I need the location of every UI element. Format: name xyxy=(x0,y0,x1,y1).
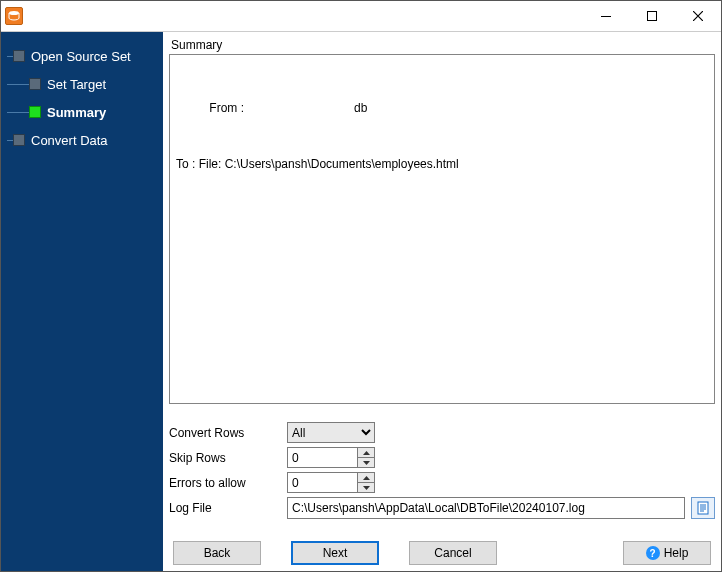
help-button-label: Help xyxy=(664,546,689,560)
sidebar-step-label: Open Source Set xyxy=(31,49,131,64)
cancel-button[interactable]: Cancel xyxy=(409,541,497,565)
chevron-up-icon xyxy=(363,451,370,455)
svg-rect-3 xyxy=(698,502,708,514)
label-errors-allow: Errors to allow xyxy=(169,476,287,490)
summary-textarea[interactable]: From :db To : File: C:\Users\pansh\Docum… xyxy=(169,54,715,404)
document-icon xyxy=(696,501,710,515)
chevron-up-icon xyxy=(363,476,370,480)
minimize-button[interactable] xyxy=(583,1,629,31)
svg-rect-2 xyxy=(648,12,657,21)
help-button[interactable]: ? Help xyxy=(623,541,711,565)
errors-allow-input[interactable] xyxy=(288,473,357,492)
label-log-file: Log File xyxy=(169,501,287,515)
summary-from-label: From : xyxy=(209,101,244,115)
body: Open Source Set Set Target Summary Conve… xyxy=(1,31,721,571)
summary-title: Summary xyxy=(169,36,715,54)
cancel-button-label: Cancel xyxy=(434,546,471,560)
row-convert-rows: Convert Rows All xyxy=(169,422,715,443)
sidebar-step-label: Convert Data xyxy=(31,133,108,148)
chevron-down-icon xyxy=(363,486,370,490)
app-icon xyxy=(5,7,23,25)
svg-rect-1 xyxy=(601,16,611,17)
wizard-sidebar: Open Source Set Set Target Summary Conve… xyxy=(1,32,163,571)
sidebar-step-set-target[interactable]: Set Target xyxy=(1,72,163,96)
log-file-browse-button[interactable] xyxy=(691,497,715,519)
row-skip-rows: Skip Rows xyxy=(169,447,715,468)
titlebar xyxy=(1,1,721,31)
errors-allow-up[interactable] xyxy=(358,473,374,482)
skip-rows-down[interactable] xyxy=(358,457,374,467)
window-controls xyxy=(583,1,721,31)
close-icon xyxy=(693,11,703,21)
options-form: Convert Rows All Skip Rows xyxy=(169,418,715,523)
errors-allow-down[interactable] xyxy=(358,482,374,492)
sidebar-step-open-source-set[interactable]: Open Source Set xyxy=(1,44,163,68)
row-errors-allow: Errors to allow xyxy=(169,472,715,493)
svg-point-0 xyxy=(9,11,19,15)
minimize-icon xyxy=(601,11,611,21)
skip-rows-up[interactable] xyxy=(358,448,374,457)
row-log-file: Log File xyxy=(169,497,715,519)
skip-rows-input[interactable] xyxy=(288,448,357,467)
next-button-label: Next xyxy=(323,546,348,560)
next-button[interactable]: Next xyxy=(291,541,379,565)
convert-rows-select[interactable]: All xyxy=(287,422,375,443)
sidebar-step-label: Set Target xyxy=(47,77,106,92)
log-file-input[interactable] xyxy=(287,497,685,519)
summary-from-value: db xyxy=(354,101,367,115)
chevron-down-icon xyxy=(363,461,370,465)
back-button[interactable]: Back xyxy=(173,541,261,565)
maximize-button[interactable] xyxy=(629,1,675,31)
db-convert-icon xyxy=(8,10,20,22)
back-button-label: Back xyxy=(204,546,231,560)
main-panel: Summary From :db To : File: C:\Users\pan… xyxy=(163,32,721,571)
wizard-nav: Back Next Cancel ? Help xyxy=(169,541,715,565)
summary-to-line: To : File: C:\Users\pansh\Documents\empl… xyxy=(176,157,708,171)
app-window: Open Source Set Set Target Summary Conve… xyxy=(0,0,722,572)
sidebar-step-convert-data[interactable]: Convert Data xyxy=(1,128,163,152)
label-convert-rows: Convert Rows xyxy=(169,426,287,440)
sidebar-step-label: Summary xyxy=(47,105,106,120)
maximize-icon xyxy=(647,11,657,21)
skip-rows-spinner xyxy=(287,447,375,468)
label-skip-rows: Skip Rows xyxy=(169,451,287,465)
help-icon: ? xyxy=(646,546,660,560)
errors-allow-spinner xyxy=(287,472,375,493)
close-button[interactable] xyxy=(675,1,721,31)
sidebar-step-summary[interactable]: Summary xyxy=(1,100,163,124)
